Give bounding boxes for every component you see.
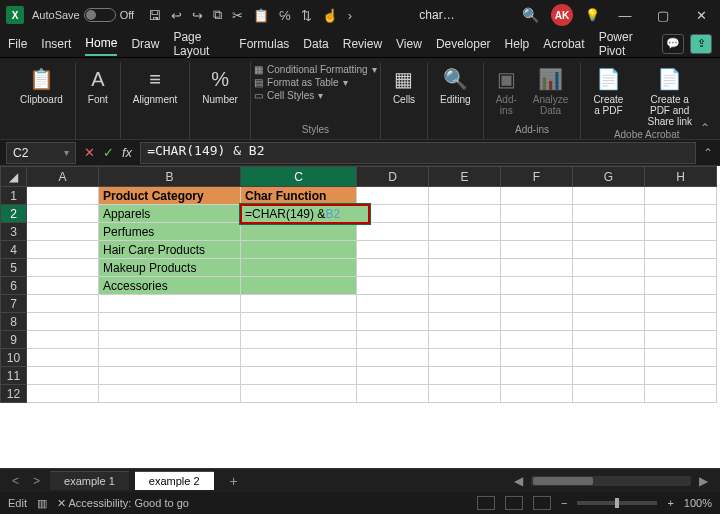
col-header-d[interactable]: D	[357, 167, 429, 187]
normal-view-button[interactable]	[477, 496, 495, 510]
sheet-next-icon[interactable]: >	[29, 474, 44, 488]
row-header-5[interactable]: 5	[1, 259, 27, 277]
save-icon[interactable]: 🖫	[148, 8, 161, 23]
cell-c5[interactable]	[241, 259, 357, 277]
cell-b5[interactable]: Makeup Products	[99, 259, 241, 277]
sheet-tab-example-1[interactable]: example 1	[50, 471, 129, 490]
zoom-slider[interactable]	[577, 501, 657, 505]
row-header-3[interactable]: 3	[1, 223, 27, 241]
share-button[interactable]: ⇪	[690, 34, 712, 54]
accessibility-status[interactable]: ✕ Accessibility: Good to go	[57, 497, 189, 510]
col-header-h[interactable]: H	[645, 167, 717, 187]
cell-c1[interactable]: Char Function	[241, 187, 357, 205]
name-box[interactable]: C2 ▾	[6, 142, 76, 164]
expand-formula-bar-icon[interactable]: ⌃	[696, 146, 720, 160]
row-header-1[interactable]: 1	[1, 187, 27, 205]
tab-data[interactable]: Data	[303, 33, 328, 55]
tab-acrobat[interactable]: Acrobat	[543, 33, 584, 55]
col-header-a[interactable]: A	[27, 167, 99, 187]
minimize-button[interactable]: —	[612, 8, 638, 23]
scroll-right-icon[interactable]: ▶	[695, 474, 712, 488]
formula-input[interactable]: =CHAR(149) & B2	[140, 142, 696, 164]
sheet-tab-example-2[interactable]: example 2	[135, 471, 214, 490]
tab-home[interactable]: Home	[85, 32, 117, 56]
col-header-f[interactable]: F	[501, 167, 573, 187]
spreadsheet-grid[interactable]: ◢ A B C D E F G H 1 Product Category Cha…	[0, 166, 720, 468]
row-header-10[interactable]: 10	[1, 349, 27, 367]
row-header-4[interactable]: 4	[1, 241, 27, 259]
tab-formulas[interactable]: Formulas	[239, 33, 289, 55]
zoom-level[interactable]: 100%	[684, 497, 712, 509]
row-header-8[interactable]: 8	[1, 313, 27, 331]
format-as-table-button[interactable]: ▤Format as Table ▾	[254, 77, 377, 88]
lightbulb-icon[interactable]: 💡	[585, 8, 600, 22]
cell-editor[interactable]: =CHAR(149) & B2	[240, 204, 370, 224]
row-header-6[interactable]: 6	[1, 277, 27, 295]
cell-c3[interactable]	[241, 223, 357, 241]
zoom-in-button[interactable]: +	[667, 497, 673, 509]
search-icon[interactable]: 🔍	[522, 7, 539, 23]
editing-button[interactable]: 🔍 Editing	[436, 64, 475, 107]
sort-icon[interactable]: ⇅	[301, 8, 312, 23]
cell-b4[interactable]: Hair Care Products	[99, 241, 241, 259]
font-button[interactable]: A Font	[84, 64, 112, 107]
col-header-c[interactable]: C	[241, 167, 357, 187]
cell-c4[interactable]	[241, 241, 357, 259]
cell-a1[interactable]	[27, 187, 99, 205]
paste-icon[interactable]: 📋	[253, 8, 269, 23]
tab-page-layout[interactable]: Page Layout	[173, 26, 225, 62]
tab-developer[interactable]: Developer	[436, 33, 491, 55]
conditional-formatting-button[interactable]: ▦Conditional Formatting ▾	[254, 64, 377, 75]
addins-button[interactable]: ▣ Add-ins	[492, 64, 521, 118]
row-header-12[interactable]: 12	[1, 385, 27, 403]
analyze-data-button[interactable]: 📊 Analyze Data	[529, 64, 573, 118]
tab-review[interactable]: Review	[343, 33, 382, 55]
add-sheet-button[interactable]: +	[220, 473, 248, 489]
maximize-button[interactable]: ▢	[650, 8, 676, 23]
fx-icon[interactable]: fx	[122, 145, 132, 160]
cell-c2[interactable]: =CHAR(149) & B2	[241, 205, 357, 223]
number-button[interactable]: % Number	[198, 64, 242, 107]
sheet-prev-icon[interactable]: <	[8, 474, 23, 488]
row-header-2[interactable]: 2	[1, 205, 27, 223]
touch-icon[interactable]: ☝	[322, 8, 338, 23]
cell-b3[interactable]: Perfumes	[99, 223, 241, 241]
create-pdf-share-button[interactable]: 📄 Create a PDF and Share link	[635, 64, 704, 129]
stats-icon[interactable]: ▥	[37, 497, 47, 510]
page-layout-view-button[interactable]	[505, 496, 523, 510]
close-button[interactable]: ✕	[688, 8, 714, 23]
tab-help[interactable]: Help	[505, 33, 530, 55]
tab-file[interactable]: File	[8, 33, 27, 55]
cell-b1[interactable]: Product Category	[99, 187, 241, 205]
tab-power-pivot[interactable]: Power Pivot	[599, 26, 648, 62]
more-icon[interactable]: ›	[348, 8, 352, 23]
tab-insert[interactable]: Insert	[41, 33, 71, 55]
page-break-view-button[interactable]	[533, 496, 551, 510]
autosave-toggle[interactable]: AutoSave Off	[32, 8, 134, 22]
tab-view[interactable]: View	[396, 33, 422, 55]
cell-c6[interactable]	[241, 277, 357, 295]
col-header-e[interactable]: E	[429, 167, 501, 187]
cell-d1[interactable]	[357, 187, 429, 205]
cell-styles-button[interactable]: ▭Cell Styles ▾	[254, 90, 377, 101]
comments-button[interactable]: 💬	[662, 34, 684, 54]
collapse-ribbon-icon[interactable]: ⌃	[700, 121, 710, 135]
user-avatar[interactable]: AK	[551, 4, 573, 26]
cut-icon[interactable]: ✂	[232, 8, 243, 23]
cell-b2[interactable]: Apparels	[99, 205, 241, 223]
row-header-9[interactable]: 9	[1, 331, 27, 349]
cells-button[interactable]: ▦ Cells	[389, 64, 419, 107]
horizontal-scrollbar[interactable]	[531, 476, 691, 486]
row-header-7[interactable]: 7	[1, 295, 27, 313]
cancel-formula-icon[interactable]: ✕	[84, 145, 95, 160]
tab-draw[interactable]: Draw	[131, 33, 159, 55]
redo-icon[interactable]: ↪	[192, 8, 203, 23]
undo-icon[interactable]: ↩	[171, 8, 182, 23]
accept-formula-icon[interactable]: ✓	[103, 145, 114, 160]
zoom-out-button[interactable]: −	[561, 497, 567, 509]
alignment-button[interactable]: ≡ Alignment	[129, 64, 181, 107]
toggle-switch-icon[interactable]	[84, 8, 116, 22]
select-all-corner[interactable]: ◢	[1, 167, 27, 187]
row-header-11[interactable]: 11	[1, 367, 27, 385]
cell-b6[interactable]: Accessories	[99, 277, 241, 295]
